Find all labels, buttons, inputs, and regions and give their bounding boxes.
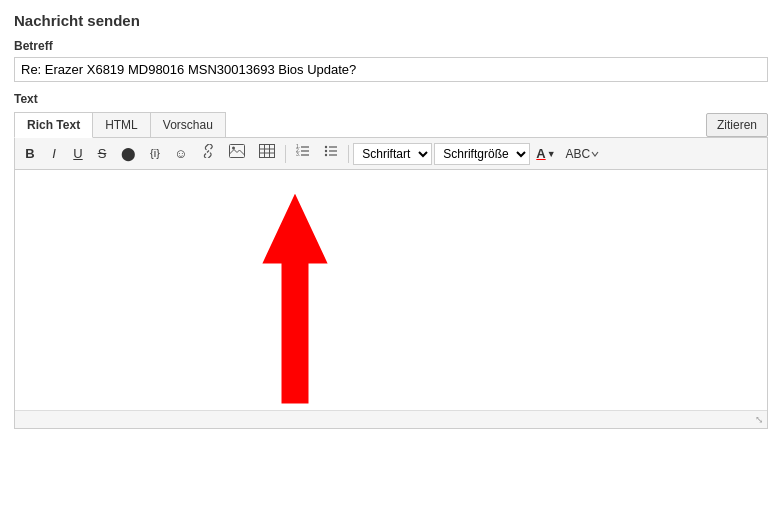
separator-2 (348, 145, 349, 163)
zitieren-button[interactable]: Zitieren (706, 113, 768, 137)
svg-marker-19 (260, 190, 330, 405)
font-family-select[interactable]: Schriftart (353, 143, 432, 165)
code-button[interactable]: {i} (144, 143, 166, 164)
status-bar: ⤡ (15, 410, 767, 428)
italic-button[interactable]: I (43, 142, 65, 166)
toolbar: B I U S ⬤ {i} ☺ (15, 138, 767, 170)
font-color-arrow: ▼ (547, 149, 556, 159)
unordered-list-button[interactable] (318, 141, 344, 166)
tab-rich-text[interactable]: Rich Text (14, 112, 93, 138)
editor-area[interactable] (15, 170, 767, 410)
editor-wrapper: B I U S ⬤ {i} ☺ (14, 137, 768, 429)
resize-icon[interactable]: ⤡ (755, 414, 763, 425)
table-button[interactable] (253, 141, 281, 166)
tabs-row: Rich Text HTML Vorschau Zitieren (14, 112, 768, 138)
svg-rect-0 (230, 145, 245, 158)
svg-text:3.: 3. (296, 151, 300, 157)
separator-1 (285, 145, 286, 163)
page-title: Nachricht senden (14, 12, 768, 29)
red-arrow (245, 185, 345, 410)
bold-button[interactable]: B (19, 142, 41, 166)
svg-point-1 (232, 147, 235, 150)
svg-point-18 (325, 154, 327, 156)
font-size-select[interactable]: Schriftgröße (434, 143, 530, 165)
strikethrough-button[interactable]: S (91, 142, 113, 166)
svg-point-17 (325, 150, 327, 152)
spell-check-icon: ABC (566, 147, 591, 161)
subject-input[interactable] (14, 57, 768, 82)
main-container: Nachricht senden Betreff Text Rich Text … (0, 0, 782, 441)
font-color-button[interactable]: A ▼ (532, 143, 559, 164)
subject-label: Betreff (14, 39, 768, 53)
spell-check-button[interactable]: ABC (562, 144, 604, 164)
text-label: Text (14, 92, 768, 106)
font-color-a: A (536, 146, 545, 161)
highlight-button[interactable]: ⬤ (115, 142, 142, 166)
svg-rect-2 (260, 145, 275, 158)
tab-html[interactable]: HTML (92, 112, 151, 138)
tabs-left: Rich Text HTML Vorschau (14, 112, 226, 138)
tab-preview[interactable]: Vorschau (150, 112, 226, 138)
ordered-list-button[interactable]: 1. 2. 3. (290, 141, 316, 166)
emoji-button[interactable]: ☺ (168, 142, 193, 166)
link-button[interactable] (195, 141, 221, 166)
image-button[interactable] (223, 141, 251, 166)
svg-point-16 (325, 146, 327, 148)
underline-button[interactable]: U (67, 142, 89, 166)
